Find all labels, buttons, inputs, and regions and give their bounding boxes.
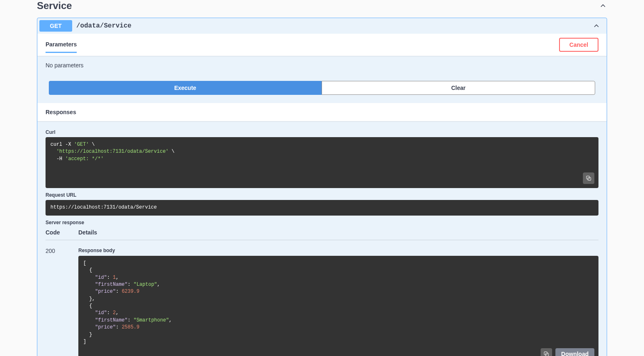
response-body-block: [ { "id": 1, "firstName": "Laptop", "pri… [78,256,598,356]
section-title: Service [37,0,72,11]
request-url-block: https://localhost:7131/odata/Service [46,200,598,215]
code-column-header: Code [46,229,78,236]
response-row: 200 Response body [ { "id": 1, "firstNam… [46,240,598,356]
cancel-button[interactable]: Cancel [559,38,598,52]
download-button[interactable]: Download [555,348,594,356]
copy-response-button[interactable] [541,348,552,356]
operation-summary[interactable]: GET /odata/Service [37,18,607,34]
request-url-label: Request URL [46,192,598,198]
response-table-header: Code Details [46,227,598,240]
response-body-label: Response body [78,248,598,253]
http-method-badge: GET [39,20,72,32]
copy-curl-button[interactable] [583,172,594,184]
curl-code-block: curl -X 'GET' \ 'https://localhost:7131/… [46,137,598,188]
no-parameters-text: No parameters [46,62,598,69]
responses-section-header: Responses [37,103,607,121]
details-column-header: Details [78,229,97,236]
server-response-label: Server response [46,220,598,225]
tab-parameters[interactable]: Parameters [46,41,77,53]
section-collapse-chevron-icon[interactable] [599,2,607,10]
curl-label: Curl [46,129,598,135]
status-code: 200 [46,248,78,356]
execute-button[interactable]: Execute [49,81,322,95]
operation-collapse-chevron-icon[interactable] [592,22,601,30]
clear-button[interactable]: Clear [322,81,595,95]
parameters-header: Parameters Cancel [37,34,607,56]
endpoint-path: /odata/Service [76,22,131,30]
operation-block: GET /odata/Service Parameters Cancel No … [37,18,607,356]
